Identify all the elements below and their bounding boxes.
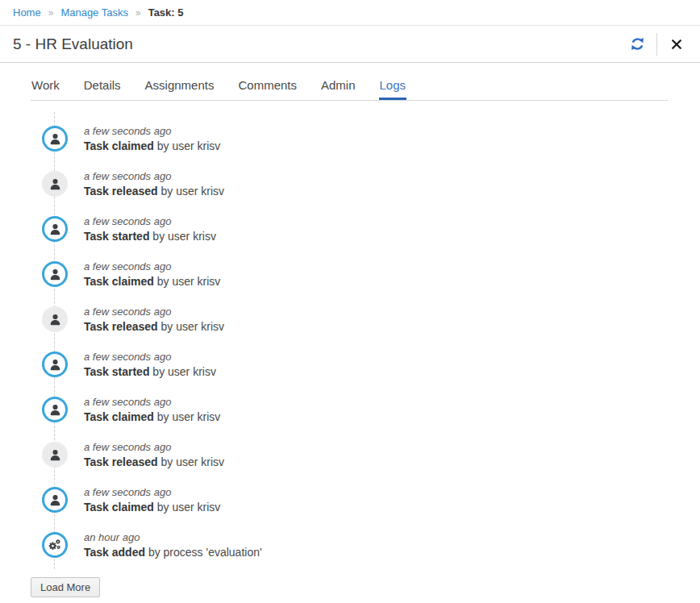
log-action: Task claimed [84,275,154,288]
refresh-button[interactable] [627,34,648,55]
log-action-line: Task released by user krisv [84,455,224,469]
log-time: a few seconds ago [84,260,220,274]
log-action: Task claimed [84,139,154,152]
tab-bar: WorkDetailsAssignmentsCommentsAdminLogs [31,73,668,101]
log-time: a few seconds ago [84,214,216,229]
log-entry: a few seconds agoTask released by user k… [31,305,700,334]
log-action-line: Task claimed by user krisv [84,274,220,289]
log-entry: a few seconds agoTask claimed by user kr… [31,124,700,153]
log-time: a few seconds ago [84,169,224,184]
page-title: 5 - HR Evaluation [13,35,133,53]
log-action-detail: by user krisv [152,365,216,378]
load-more-button[interactable]: Load More [31,577,100,597]
tab-assignments[interactable]: Assignments [144,73,215,100]
log-entry-text: a few seconds agoTask claimed by user kr… [84,395,220,424]
user-avatar-icon [42,397,68,422]
log-action-line: Task claimed by user krisv [84,139,220,153]
log-action-line: Task claimed by user krisv [84,500,220,514]
log-action-detail: by user krisv [157,410,221,423]
log-entry: a few seconds agoTask released by user k… [31,169,700,198]
log-action-detail: by user krisv [157,275,221,288]
log-action-line: Task released by user krisv [84,319,224,334]
breadcrumb: Home » Manage Tasks » Task: 5 [0,0,700,26]
log-entry-text: an hour agoTask added by process 'evalua… [84,530,262,559]
breadcrumb-link-home[interactable]: Home [13,6,41,19]
log-entry: a few seconds agoTask claimed by user kr… [31,260,700,289]
log-entry-text: a few seconds agoTask claimed by user kr… [84,124,220,153]
log-action-line: Task claimed by user krisv [84,410,220,424]
breadcrumb-current-task: Task: 5 [148,6,184,19]
log-time: an hour ago [84,530,262,545]
tab-logs[interactable]: Logs [379,73,407,100]
user-avatar-icon [42,442,68,468]
tab-admin[interactable]: Admin [320,73,356,100]
user-avatar-icon [42,351,68,377]
log-time: a few seconds ago [84,440,224,455]
close-button[interactable] [666,34,687,55]
user-avatar-icon [42,171,68,197]
log-entry: a few seconds agoTask started by user kr… [31,350,700,379]
breadcrumb-separator-icon: » [48,7,54,19]
log-entry-text: a few seconds agoTask claimed by user kr… [84,485,220,514]
breadcrumb-link-manage-tasks[interactable]: Manage Tasks [60,6,128,19]
log-action: Task released [84,320,158,333]
log-action: Task released [84,455,158,468]
log-entry-text: a few seconds agoTask started by user kr… [84,350,216,379]
user-avatar-icon [42,216,68,242]
log-time: a few seconds ago [84,124,220,139]
task-logs-timeline: a few seconds agoTask claimed by user kr… [31,124,700,559]
refresh-icon [631,37,644,51]
log-entry: a few seconds agoTask claimed by user kr… [31,395,700,424]
user-avatar-icon [42,126,68,152]
log-action: Task claimed [84,410,154,423]
task-detail-header: 5 - HR Evaluation [0,26,700,63]
tab-comments[interactable]: Comments [237,73,298,100]
log-entry: a few seconds agoTask started by user kr… [31,214,700,243]
log-action-line: Task released by user krisv [84,184,224,198]
log-action-line: Task started by user krisv [84,229,216,243]
log-time: a few seconds ago [84,485,220,500]
log-action: Task released [84,185,158,198]
log-action-detail: by user krisv [157,139,221,152]
log-action: Task started [84,230,149,243]
log-action-detail: by user krisv [160,455,224,468]
process-gears-icon [42,532,68,558]
log-entry-text: a few seconds agoTask started by user kr… [84,214,216,243]
tab-work[interactable]: Work [31,73,60,100]
close-icon [670,38,683,51]
user-avatar-icon [42,487,68,513]
log-entry-text: a few seconds agoTask released by user k… [84,440,224,469]
log-entry: an hour agoTask added by process 'evalua… [31,530,700,559]
log-action-line: Task started by user krisv [84,364,216,379]
header-divider [656,33,657,56]
log-entry: a few seconds agoTask claimed by user kr… [31,485,700,514]
log-action-line: Task added by process 'evaluation' [84,545,262,559]
log-action: Task added [84,546,145,559]
header-actions [627,33,687,56]
breadcrumb-separator-icon: » [135,7,141,19]
log-action-detail: by user krisv [157,501,221,514]
log-action-detail: by process 'evaluation' [148,546,262,559]
log-time: a few seconds ago [84,305,224,319]
user-avatar-icon [42,306,68,332]
log-action: Task claimed [84,501,154,514]
log-action-detail: by user krisv [160,320,224,333]
log-entry-text: a few seconds agoTask released by user k… [84,169,224,198]
log-entry: a few seconds agoTask released by user k… [31,440,700,469]
log-entry-text: a few seconds agoTask released by user k… [84,305,224,334]
log-action-detail: by user krisv [152,230,216,243]
log-time: a few seconds ago [84,395,220,410]
log-time: a few seconds ago [84,350,216,364]
log-action-detail: by user krisv [160,185,224,198]
log-entry-text: a few seconds agoTask claimed by user kr… [84,260,220,289]
user-avatar-icon [42,261,68,287]
tab-details[interactable]: Details [83,73,122,100]
log-action: Task started [84,365,149,378]
